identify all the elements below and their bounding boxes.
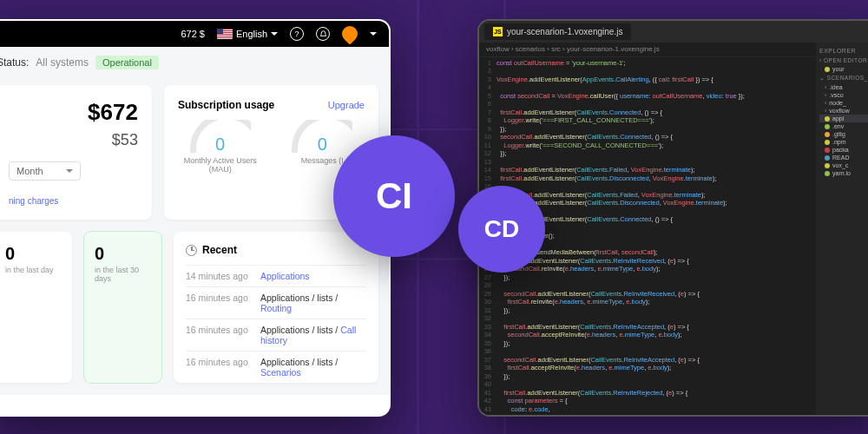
language-selector[interactable]: English xyxy=(217,29,278,39)
file-item[interactable]: .gitig xyxy=(819,130,868,138)
status-text: All systems xyxy=(36,56,89,69)
balance-main: $672 xyxy=(9,99,138,126)
flag-icon xyxy=(217,29,233,39)
recent-path: Applications xyxy=(260,271,310,281)
period-select[interactable]: Month xyxy=(9,161,81,181)
recent-item[interactable]: 16 minutes agoApplications / lists / Rou… xyxy=(186,286,366,319)
gauge-value: 0 xyxy=(292,135,352,153)
language-label: English xyxy=(236,29,267,39)
chevron-down-icon xyxy=(66,169,73,173)
open-editor-item[interactable]: your xyxy=(819,65,868,73)
code-line: 44 reason: e.reason, xyxy=(479,413,816,417)
editor-breadcrumb[interactable]: voxflow › scenarios › src › your-scenari… xyxy=(479,43,816,57)
recent-item[interactable]: 14 minutes agoApplications xyxy=(186,265,366,286)
code-line: 36 xyxy=(479,347,816,356)
charges-link[interactable]: ning charges xyxy=(9,196,138,206)
gauge-label: Monthly Active Users (MAU) xyxy=(178,156,263,174)
recent-path: Applications / lists / Routing xyxy=(260,293,366,313)
upgrade-link[interactable]: Upgrade xyxy=(328,100,365,110)
gauge-value: 0 xyxy=(190,135,251,153)
code-line: 1const outCallUsername = 'your-username-… xyxy=(479,59,816,68)
clock-icon xyxy=(186,245,197,256)
recent-path: Applications / lists / Call history xyxy=(260,325,366,345)
stat-card: 0 in the last day xyxy=(0,232,72,383)
subscription-title: Subscription usage xyxy=(178,99,274,111)
editor-tab[interactable]: JS your-scenarion-1.voxengine.js xyxy=(484,23,631,40)
stat-card: 0 in the last 30 days xyxy=(84,232,161,383)
folder-item[interactable]: › .vsco xyxy=(819,91,868,99)
recent-path: Applications / lists / Scenarios xyxy=(260,357,366,378)
project-header[interactable]: ⌄ SCENARIOS_ xyxy=(819,73,868,83)
code-line: 33 firstCall.addEventListener(CallEvents… xyxy=(479,323,816,332)
file-item[interactable]: .npm xyxy=(819,138,868,146)
ci-badge: CI xyxy=(333,135,455,257)
explorer-title: EXPLORER xyxy=(819,46,868,56)
folder-item[interactable]: › node_ xyxy=(819,99,868,107)
recent-item[interactable]: 16 minutes agoApplications / lists / Sce… xyxy=(186,351,366,383)
code-line: 31 }); xyxy=(479,306,816,315)
file-item[interactable]: yarn.lo xyxy=(819,169,868,177)
code-line: 12 }); xyxy=(479,149,816,158)
code-line: 6 xyxy=(479,100,816,108)
code-line: 40 xyxy=(479,380,816,389)
balance-card: $672 $53 Month ning charges xyxy=(0,85,152,220)
chevron-down-icon xyxy=(370,32,377,36)
recent-title: Recent xyxy=(202,244,237,256)
stat-label: in the last day xyxy=(5,266,62,274)
code-line: 43 code: e.code, xyxy=(479,405,816,414)
stat-value: 0 xyxy=(95,244,151,264)
code-line: 37 secondCall.addEventListener(CallEvent… xyxy=(479,356,816,365)
file-icon xyxy=(825,163,830,168)
js-icon: JS xyxy=(493,27,503,36)
code-line: 5 const secondCall = VoxEngine.callUser(… xyxy=(479,92,816,101)
recent-time: 16 minutes ago xyxy=(186,293,250,313)
code-line: 14 firstCall.addEventListener(CallEvents… xyxy=(479,166,816,174)
code-line: 4 xyxy=(479,83,816,92)
code-line: 7 firstCall.addEventListener(CallEvents.… xyxy=(479,108,816,117)
file-item[interactable]: READ xyxy=(819,154,868,161)
code-line: 42 const parameters = { xyxy=(479,397,816,405)
balance-sub: $53 xyxy=(9,131,138,149)
open-editors-header[interactable]: › OPEN EDITORS xyxy=(819,56,868,65)
recent-card: Recent 14 minutes agoApplications16 minu… xyxy=(174,232,378,383)
code-line: 10 secondCall.addEventListener(CallEvent… xyxy=(479,133,816,141)
code-line: 34 secondCall.acceptReInvite(e.headers, … xyxy=(479,331,816,339)
code-line: 15 firstCall.addEventListener(CallEvents… xyxy=(479,174,816,183)
file-icon xyxy=(825,171,830,176)
active-file[interactable]: appl xyxy=(819,115,868,122)
stat-value: 0 xyxy=(5,244,62,264)
file-icon xyxy=(825,132,830,137)
status-label: Status: xyxy=(0,56,29,69)
recent-time: 16 minutes ago xyxy=(186,357,250,378)
file-icon xyxy=(825,148,830,153)
code-line: 41 firstCall.addEventListener(CallEvents… xyxy=(479,389,816,398)
stat-label: in the last 30 days xyxy=(95,266,151,283)
code-line: 35 }); xyxy=(479,339,816,348)
recent-time: 16 minutes ago xyxy=(186,325,250,345)
code-line: 28 xyxy=(479,281,816,290)
folder-item[interactable]: › voxflow xyxy=(819,107,868,115)
file-icon xyxy=(825,124,830,129)
editor-tabs: JS your-scenarion-1.voxengine.js xyxy=(479,21,868,43)
code-line: 3VoxEngine.addEventListener(AppEvents.Ca… xyxy=(479,76,816,84)
file-item[interactable]: .env xyxy=(819,122,868,130)
code-line: 30 firstCall.reInvite(e.headers, e.mimeT… xyxy=(479,298,816,306)
folder-item[interactable]: › .idea xyxy=(819,83,868,91)
topbar-balance: 672 $ xyxy=(181,29,205,39)
code-line: 16 xyxy=(479,182,816,191)
file-item[interactable]: vox_c xyxy=(819,161,868,169)
gauge: 0Monthly Active Users (MAU) xyxy=(178,120,263,174)
cd-badge: CD xyxy=(458,186,545,273)
help-icon[interactable]: ? xyxy=(290,27,304,41)
code-line: 26 secondCall.reInvite(e.headers, e.mime… xyxy=(479,265,816,273)
file-item[interactable]: packa xyxy=(819,146,868,154)
code-line: 27 }); xyxy=(479,273,816,282)
status-badge: Operational xyxy=(95,56,159,69)
file-icon xyxy=(825,155,830,161)
code-line: 38 firstCall.acceptReInvite(e.headers, e… xyxy=(479,364,816,372)
recent-item[interactable]: 16 minutes agoApplications / lists / Cal… xyxy=(186,319,366,351)
recent-time: 14 minutes ago xyxy=(186,271,250,281)
avatar-icon[interactable] xyxy=(339,23,360,44)
notifications-icon[interactable] xyxy=(316,27,330,41)
code-line: 13 xyxy=(479,158,816,167)
